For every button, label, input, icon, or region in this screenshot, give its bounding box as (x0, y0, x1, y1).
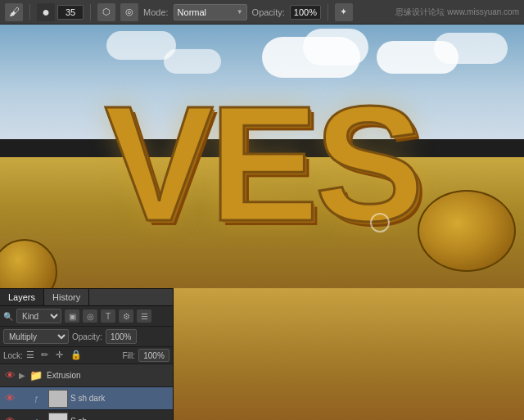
toolbar-separator-2 (90, 4, 91, 20)
filter-icon-5[interactable]: ☰ (137, 309, 151, 323)
layer-row-extrusion[interactable]: 👁 ▶ 📁 Extrusion (0, 364, 173, 387)
mode-label: Mode: (143, 7, 169, 17)
lock-icon-4[interactable]: 🔒 (70, 350, 82, 361)
airbrush-icon[interactable]: ✦ (335, 3, 353, 21)
fx-icon-s-sh-dark: ƒ (34, 395, 46, 403)
toolbar-separator-3 (328, 4, 328, 20)
panel-tabs: Layers History (0, 289, 173, 306)
fx-icon-s-sh: ƒ (34, 418, 46, 421)
brush-size-box: ● 35 (37, 3, 84, 21)
opacity-value[interactable]: 100% (106, 329, 137, 344)
brush-size-preview-icon[interactable]: ● (37, 3, 55, 21)
tab-layers[interactable]: Layers (0, 289, 44, 305)
right-panel (174, 288, 524, 420)
opacity-label: Opacity: (252, 7, 285, 17)
brush-options-icon[interactable]: ⬡ (97, 3, 115, 21)
layer-row-s-sh[interactable]: 👁 ƒ S sh (0, 410, 173, 420)
lock-label: Lock: (3, 351, 23, 360)
folder-icon-extrusion: 📁 (29, 369, 43, 382)
mode-dropdown-arrow: ▼ (237, 8, 243, 16)
filter-icon-4[interactable]: ⚙ (119, 309, 133, 323)
lock-icon-3[interactable]: ✛ (56, 350, 67, 361)
filter-icon-3[interactable]: T (101, 309, 115, 323)
canvas-area: VES (0, 25, 524, 288)
brush-tool-icon[interactable]: 🖌 (5, 3, 23, 21)
fill-value[interactable]: 100% (138, 349, 169, 362)
opacity-input[interactable]: 100% (290, 5, 321, 20)
eye-icon-s-sh[interactable]: 👁 (3, 415, 16, 421)
eye-icon-extrusion[interactable]: 👁 (3, 369, 16, 382)
tab-history[interactable]: History (44, 289, 89, 305)
hay-bale-right (418, 190, 516, 272)
blend-mode-dropdown[interactable]: Multiply (3, 329, 69, 344)
group-arrow-extrusion: ▶ (19, 371, 25, 380)
filter-dropdown[interactable]: Kind (16, 309, 61, 323)
filter-kind-icon: 🔍 (3, 312, 13, 321)
toolbar: 🖌 ● 35 ⬡ ◎ Mode: Normal ▼ Opacity: 100% … (0, 0, 524, 25)
layer-name-s-sh-dark: S sh dark (70, 394, 169, 403)
mode-dropdown[interactable]: Normal ▼ (174, 4, 247, 20)
toolbar-separator-1 (29, 4, 30, 20)
fill-label: Fill: (122, 351, 135, 360)
blend-row: Multiply Opacity: 100% (0, 327, 173, 347)
brush-size-input[interactable]: 35 (57, 5, 84, 20)
layer-name-s-sh: S sh (70, 417, 169, 420)
thumb-s-sh-dark (48, 390, 68, 408)
thumb-s-sh (48, 413, 68, 421)
lock-row: Lock: ☰ ✏ ✛ 🔒 Fill: 100% (0, 347, 173, 364)
brush-cursor (370, 213, 390, 233)
layer-name-extrusion: Extrusion (47, 371, 169, 380)
layers-panel: Layers History 🔍 Kind ▣ ◎ T ⚙ ☰ Multiply… (0, 288, 174, 420)
filter-row: 🔍 Kind ▣ ◎ T ⚙ ☰ (0, 306, 173, 327)
opacity-label: Opacity: (72, 332, 102, 341)
watermark-text: 思缘设计论坛 www.missyuan.com (395, 7, 519, 18)
brush-angle-icon[interactable]: ◎ (120, 3, 138, 21)
layer-row-s-sh-dark[interactable]: 👁 ƒ S sh dark (0, 387, 173, 410)
lock-icon-1[interactable]: ☰ (26, 350, 38, 361)
lock-icon-2[interactable]: ✏ (41, 350, 52, 361)
eye-icon-s-sh-dark[interactable]: 👁 (3, 392, 16, 405)
panels: Layers History 🔍 Kind ▣ ◎ T ⚙ ☰ Multiply… (0, 288, 524, 420)
filter-icon-1[interactable]: ▣ (65, 309, 79, 323)
filter-icon-2[interactable]: ◎ (83, 309, 97, 323)
